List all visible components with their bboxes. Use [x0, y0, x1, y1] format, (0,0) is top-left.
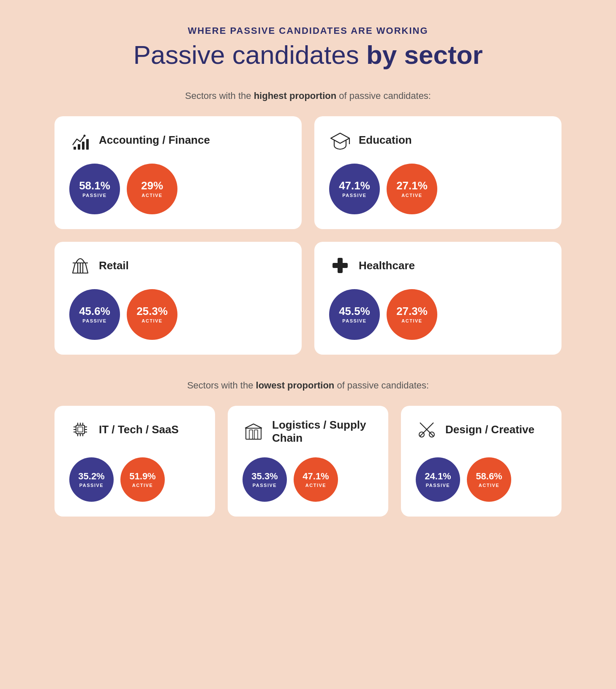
svg-rect-13 — [76, 425, 84, 434]
card-stats-accounting: 58.1% PASSIVE 29% ACTIVE — [69, 159, 287, 214]
passive-label-logistics: PASSIVE — [253, 483, 277, 488]
card-title-healthcare: Healthcare — [359, 259, 415, 272]
active-label-education: ACTIVE — [401, 193, 422, 198]
card-title-accounting: Accounting / Finance — [99, 134, 210, 147]
card-healthcare: Healthcare 45.5% PASSIVE 27.3% ACTIVE — [314, 242, 561, 355]
card-stats-retail: 45.6% PASSIVE 25.3% ACTIVE — [69, 285, 287, 340]
active-value-design: 58.6% — [476, 472, 502, 481]
passive-label-retail: PASSIVE — [82, 318, 106, 323]
card-title-design: Design / Creative — [445, 423, 534, 436]
active-circle-logistics: 47.1% ACTIVE — [294, 457, 338, 502]
main-title: Passive candidates by sector — [133, 41, 482, 69]
healthcare-icon — [329, 254, 351, 276]
card-retail: Retail 45.6% PASSIVE 25.3% ACTIVE — [55, 242, 302, 355]
active-value-retail: 25.3% — [136, 306, 168, 317]
active-circle-retail: 25.3% ACTIVE — [127, 289, 177, 340]
page-container: WHERE PASSIVE CANDIDATES ARE WORKING Pas… — [0, 0, 616, 689]
lowest-section-label: Sectors with the lowest proportion of pa… — [187, 380, 429, 391]
passive-circle-design: 24.1% PASSIVE — [416, 457, 460, 502]
active-circle-healthcare: 27.3% ACTIVE — [387, 289, 437, 340]
passive-circle-it: 35.2% PASSIVE — [69, 457, 114, 502]
card-stats-logistics: 35.3% PASSIVE 47.1% ACTIVE — [243, 453, 373, 502]
svg-rect-14 — [78, 427, 83, 432]
active-label-logistics: ACTIVE — [305, 483, 326, 488]
card-header-accounting: Accounting / Finance — [69, 129, 287, 151]
card-title-retail: Retail — [99, 259, 129, 272]
svg-rect-4 — [86, 139, 89, 150]
passive-label-education: PASSIVE — [342, 193, 366, 198]
active-label-retail: ACTIVE — [142, 318, 162, 323]
card-header-retail: Retail — [69, 254, 287, 276]
active-label-it: ACTIVE — [132, 483, 153, 488]
card-design: Design / Creative 24.1% PASSIVE 58.6% AC… — [401, 406, 561, 517]
card-stats-education: 47.1% PASSIVE 27.1% ACTIVE — [329, 159, 547, 214]
active-value-it: 51.9% — [129, 472, 155, 481]
passive-circle-accounting: 58.1% PASSIVE — [69, 164, 120, 214]
active-label-design: ACTIVE — [479, 483, 499, 488]
passive-value-logistics: 35.3% — [251, 472, 278, 481]
education-icon — [329, 129, 351, 151]
header-section: WHERE PASSIVE CANDIDATES ARE WORKING Pas… — [133, 25, 482, 69]
card-header-it: IT / Tech / SaaS — [69, 418, 200, 440]
active-value-education: 27.1% — [396, 180, 428, 191]
subtitle-label: WHERE PASSIVE CANDIDATES ARE WORKING — [133, 25, 482, 36]
card-header-design: Design / Creative — [416, 418, 547, 440]
passive-value-it: 35.2% — [78, 472, 104, 481]
card-stats-healthcare: 45.5% PASSIVE 27.3% ACTIVE — [329, 285, 547, 340]
highest-cards-grid: Accounting / Finance 58.1% PASSIVE 29% A… — [55, 116, 561, 355]
card-stats-design: 24.1% PASSIVE 58.6% ACTIVE — [416, 453, 547, 502]
card-header-education: Education — [329, 129, 547, 151]
passive-circle-logistics: 35.3% PASSIVE — [243, 457, 287, 502]
svg-rect-29 — [254, 430, 258, 439]
card-title-it: IT / Tech / SaaS — [99, 423, 179, 436]
active-circle-accounting: 29% ACTIVE — [127, 164, 177, 214]
active-label-accounting: ACTIVE — [142, 193, 162, 198]
card-it-tech: IT / Tech / SaaS 35.2% PASSIVE 51.9% ACT… — [55, 406, 215, 517]
lowest-cards-grid: IT / Tech / SaaS 35.2% PASSIVE 51.9% ACT… — [55, 406, 561, 517]
active-circle-education: 27.1% ACTIVE — [387, 164, 437, 214]
active-circle-design: 58.6% ACTIVE — [467, 457, 511, 502]
passive-circle-retail: 45.6% PASSIVE — [69, 289, 120, 340]
active-label-healthcare: ACTIVE — [401, 318, 422, 323]
logistics-icon — [243, 421, 264, 443]
card-stats-it: 35.2% PASSIVE 51.9% ACTIVE — [69, 453, 200, 502]
passive-label-accounting: PASSIVE — [82, 193, 106, 198]
active-value-healthcare: 27.3% — [396, 306, 428, 317]
card-title-logistics: Logistics / Supply Chain — [272, 418, 373, 445]
card-header-healthcare: Healthcare — [329, 254, 547, 276]
passive-label-healthcare: PASSIVE — [342, 318, 366, 323]
passive-label-design: PASSIVE — [426, 483, 450, 488]
card-header-logistics: Logistics / Supply Chain — [243, 418, 373, 445]
passive-value-retail: 45.6% — [79, 306, 110, 317]
passive-value-education: 47.1% — [339, 180, 370, 191]
passive-value-healthcare: 45.5% — [339, 306, 370, 317]
passive-label-it: PASSIVE — [79, 483, 104, 488]
retail-icon — [69, 254, 91, 276]
highest-section-label: Sectors with the highest proportion of p… — [185, 90, 431, 101]
active-value-accounting: 29% — [141, 180, 163, 191]
svg-rect-3 — [82, 142, 84, 150]
svg-rect-2 — [78, 144, 80, 150]
passive-value-accounting: 58.1% — [79, 180, 110, 191]
card-education: Education 47.1% PASSIVE 27.1% ACTIVE — [314, 116, 561, 229]
passive-value-design: 24.1% — [425, 472, 451, 481]
active-circle-it: 51.9% ACTIVE — [120, 457, 165, 502]
design-icon — [416, 418, 438, 440]
passive-circle-healthcare: 45.5% PASSIVE — [329, 289, 380, 340]
active-value-logistics: 47.1% — [303, 472, 329, 481]
finance-icon — [69, 129, 91, 151]
card-title-education: Education — [359, 134, 412, 147]
passive-circle-education: 47.1% PASSIVE — [329, 164, 380, 214]
svg-point-0 — [84, 135, 86, 137]
main-title-plain: Passive candidates — [133, 40, 366, 69]
svg-marker-5 — [331, 133, 349, 143]
tech-icon — [69, 418, 91, 440]
svg-rect-27 — [246, 428, 261, 439]
card-logistics: Logistics / Supply Chain 35.3% PASSIVE 4… — [228, 406, 388, 517]
card-accounting-finance: Accounting / Finance 58.1% PASSIVE 29% A… — [55, 116, 302, 229]
main-title-bold: by sector — [366, 40, 483, 69]
svg-rect-1 — [74, 147, 76, 150]
svg-rect-12 — [333, 263, 348, 268]
svg-rect-28 — [249, 430, 253, 439]
